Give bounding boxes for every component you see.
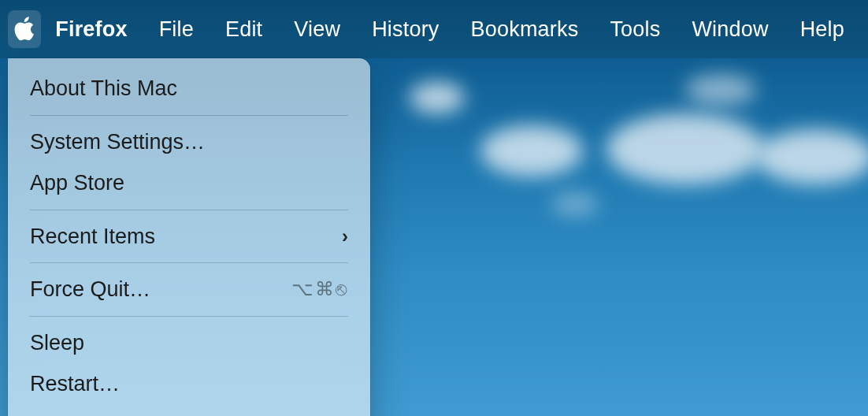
- menubar-item-edit[interactable]: Edit: [210, 17, 278, 42]
- menu-item-label: System Settings…: [30, 126, 205, 158]
- keyboard-shortcut: ⌥⌘⎋: [291, 275, 348, 303]
- menu-item-label: Restart…: [30, 368, 120, 400]
- menu-item-label: Sleep: [30, 327, 84, 359]
- menubar-item-file[interactable]: File: [143, 17, 210, 42]
- menu-separator: [30, 316, 348, 317]
- apple-menu-button[interactable]: [8, 10, 41, 48]
- apple-logo-icon: [13, 16, 36, 43]
- menu-item-label: Recent Items: [30, 221, 155, 253]
- menu-item-recent-items[interactable]: Recent Items ›: [8, 216, 370, 258]
- menubar-item-help[interactable]: Help: [785, 17, 860, 42]
- apple-menu-dropdown: About This Mac System Settings… App Stor…: [8, 58, 370, 416]
- menu-separator: [30, 210, 348, 210]
- menu-item-about-this-mac[interactable]: About This Mac: [8, 68, 370, 110]
- menu-item-sleep[interactable]: Sleep: [8, 322, 370, 364]
- menu-item-restart[interactable]: Restart…: [8, 363, 370, 405]
- menu-item-force-quit[interactable]: Force Quit… ⌥⌘⎋: [8, 269, 370, 310]
- menu-item-shut-down[interactable]: Shut Down…: [8, 405, 370, 417]
- menu-item-system-settings[interactable]: System Settings…: [8, 121, 370, 163]
- menubar-item-window[interactable]: Window: [676, 17, 784, 42]
- chevron-right-icon: ›: [342, 222, 348, 251]
- menubar-item-bookmarks[interactable]: Bookmarks: [455, 17, 595, 42]
- menubar-item-tools[interactable]: Tools: [594, 17, 676, 42]
- menubar-item-view[interactable]: View: [278, 17, 356, 42]
- menu-item-label: Shut Down…: [30, 410, 155, 417]
- menu-separator: [30, 115, 348, 116]
- menu-item-label: App Store: [30, 167, 124, 199]
- menu-item-label: About This Mac: [30, 72, 177, 105]
- menubar: Firefox File Edit View History Bookmarks…: [0, 0, 868, 58]
- menubar-item-history[interactable]: History: [356, 17, 454, 42]
- menu-item-app-store[interactable]: App Store: [8, 162, 370, 204]
- menubar-app-name[interactable]: Firefox: [46, 17, 143, 42]
- menu-item-label: Force Quit…: [30, 273, 150, 306]
- menu-separator: [30, 262, 348, 263]
